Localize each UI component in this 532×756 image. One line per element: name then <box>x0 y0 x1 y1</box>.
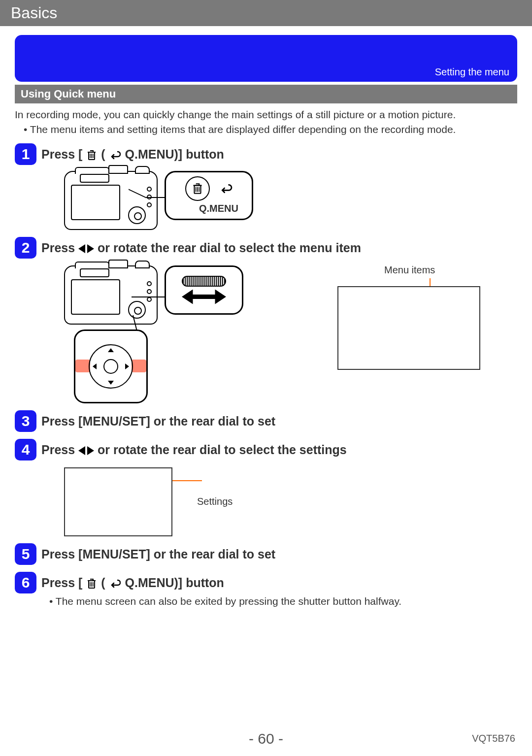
step-2: 2 Press or rotate the rear dial to selec… <box>15 237 517 259</box>
step-4-pre: Press <box>41 443 78 457</box>
step-6-title: Press [ ( Q.MENU)] button <box>41 572 224 591</box>
step-6-pre: Press [ <box>41 576 82 590</box>
step-3-title: Press [MENU/SET] or the rear dial to set <box>41 410 275 429</box>
step-3: 3 Press [MENU/SET] or the rear dial to s… <box>15 410 517 432</box>
header-bar: Basics <box>0 0 532 26</box>
step-4-post: or rotate the rear dial to select the se… <box>98 443 347 457</box>
rear-dial-callout <box>165 265 243 315</box>
qmenu-label: Q.MENU <box>199 203 238 214</box>
step-2-title: Press or rotate the rear dial to select … <box>41 237 361 256</box>
intro-text: In recording mode, you can quickly chang… <box>15 108 517 121</box>
section-banner: Setting the menu <box>15 35 517 82</box>
step-1-mid: ( <box>101 147 105 161</box>
step-1-title: Press [ ( Q.MENU)] button <box>41 143 224 163</box>
step-number-3: 3 <box>15 410 36 432</box>
bidirectional-arrow-icon <box>182 290 226 304</box>
step-6: 6 Press [ ( Q.MENU)] button <box>15 572 517 593</box>
step-5: 5 Press [MENU/SET] or the rear dial to s… <box>15 543 517 565</box>
step-number-2: 2 <box>15 237 36 259</box>
step-5-title: Press [MENU/SET] or the rear dial to set <box>41 543 275 562</box>
step-number-1: 1 <box>15 143 36 165</box>
sub-heading-bar: Using Quick menu <box>15 85 517 103</box>
intro-bullet: The menu items and setting items that ar… <box>24 123 517 136</box>
step-4: 4 Press or rotate the rear dial to selec… <box>15 439 517 460</box>
return-icon <box>110 150 121 160</box>
callout-line-icon <box>172 480 202 481</box>
highlight-right-icon <box>132 360 146 372</box>
step-number-4: 4 <box>15 439 36 460</box>
menu-items-label: Menu items <box>384 264 435 276</box>
step-1: 1 Press [ ( Q.MENU)] button <box>15 143 517 165</box>
step-4-title: Press or rotate the rear dial to select … <box>41 439 347 458</box>
right-arrow-icon <box>87 446 94 455</box>
document-code: VQT5B76 <box>472 733 515 744</box>
page-number: - 60 - <box>0 730 532 747</box>
step-1-post: Q.MENU)] button <box>125 147 224 161</box>
settings-label: Settings <box>197 496 233 507</box>
step-6-post: Q.MENU)] button <box>125 576 224 590</box>
cursor-callout <box>74 329 148 403</box>
step-4-figure: Settings <box>64 467 517 536</box>
right-arrow-icon <box>87 244 94 253</box>
return-icon <box>110 579 121 589</box>
menu-screen-placeholder <box>337 286 480 370</box>
step-2-pre: Press <box>41 241 78 255</box>
step-number-6: 6 <box>15 572 36 593</box>
trash-icon <box>87 578 97 590</box>
sub-heading: Using Quick menu <box>21 88 116 100</box>
page-content: Setting the menu Using Quick menu In rec… <box>0 26 532 607</box>
settings-screen-placeholder <box>64 467 172 536</box>
trash-button-icon <box>185 176 210 201</box>
step-6-note: The menu screen can also be exited by pr… <box>49 595 517 607</box>
qmenu-callout: Q.MENU <box>165 171 253 220</box>
step-number-5: 5 <box>15 543 36 565</box>
left-arrow-icon <box>78 446 85 455</box>
left-arrow-icon <box>78 244 85 253</box>
dpad-icon <box>89 344 133 389</box>
dial-knurl-icon <box>182 276 226 287</box>
return-icon <box>220 183 233 194</box>
step-1-pre: Press [ <box>41 147 82 161</box>
camera-illustration <box>64 265 158 325</box>
header-title: Basics <box>11 4 57 22</box>
trash-icon <box>87 149 97 161</box>
step-6-mid: ( <box>101 576 105 590</box>
step-2-post: or rotate the rear dial to select the me… <box>98 241 361 255</box>
step-1-figure: Q.MENU <box>64 171 517 230</box>
banner-subtitle: Setting the menu <box>435 66 509 78</box>
highlight-left-icon <box>75 360 90 372</box>
step-2-figure: Menu items <box>64 265 517 325</box>
